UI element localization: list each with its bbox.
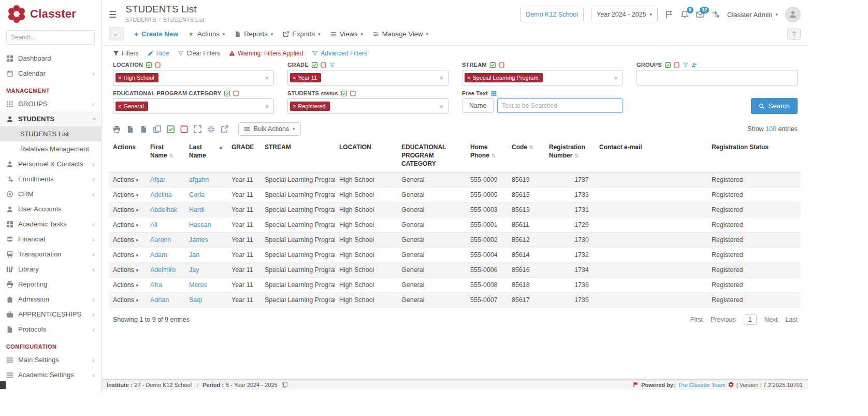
avatar[interactable] (785, 7, 801, 22)
deselect-all-icon[interactable] (350, 91, 356, 96)
sidebar-item-relatives-management[interactable]: Relatives Management (0, 141, 101, 156)
page-previous[interactable]: Previous (711, 316, 736, 323)
select-all-icon[interactable] (224, 91, 230, 96)
sidebar-item-library[interactable]: Library ‹ (0, 262, 101, 277)
notifications-bell-icon[interactable]: 0 (681, 10, 689, 19)
search-button[interactable]: Search (751, 98, 798, 114)
grid-icon[interactable] (491, 91, 497, 96)
sidebar-item-apprenticeships[interactable]: APPRENTICESHIPS ‹ (0, 307, 101, 322)
col-last-name[interactable]: ▲Last Name (185, 140, 227, 172)
last-name-link[interactable]: James (189, 236, 208, 243)
free-text-field-selector[interactable]: Name (462, 98, 494, 113)
classter-logo[interactable]: Classter (0, 0, 101, 26)
col-code[interactable]: Code⇅ (508, 140, 545, 172)
row-actions-dropdown[interactable]: Actions ▾ (113, 296, 138, 304)
first-name-link[interactable]: Afşar (150, 176, 165, 183)
reports-dropdown[interactable]: Reports ▾ (235, 30, 273, 38)
row-actions-dropdown[interactable]: Actions ▾ (113, 176, 138, 183)
exports-dropdown[interactable]: Exports ▾ (283, 30, 321, 38)
deselect-all-icon[interactable] (233, 91, 239, 96)
messages-mail-icon[interactable]: 32 (696, 10, 704, 19)
sidebar-item-personnel-contacts[interactable]: Personnel & Contacts ‹ (0, 156, 101, 171)
views-dropdown[interactable]: Views ▾ (330, 30, 363, 38)
clear-input-icon[interactable]: × (265, 75, 269, 81)
row-actions-dropdown[interactable]: Actions ▾ (113, 266, 138, 274)
first-name-link[interactable]: Afra (150, 281, 162, 289)
sidebar-item-academic-settings[interactable]: Academic Settings ‹ (0, 367, 101, 382)
school-selector-button[interactable]: Demo K12 School (520, 8, 584, 21)
page-last[interactable]: Last (785, 316, 798, 323)
location-filter-input[interactable]: ×High School × (113, 70, 274, 85)
sidebar-item-main-settings[interactable]: Main Settings ‹ (0, 352, 101, 367)
sidebar-item-crm[interactable]: CRM ‹ (0, 187, 101, 202)
funnel-icon[interactable] (683, 62, 688, 68)
free-text-input[interactable] (497, 98, 623, 113)
remove-tag-icon[interactable]: × (118, 104, 121, 109)
compress-table-icon[interactable] (207, 125, 215, 133)
groups-filter-input[interactable] (636, 70, 798, 85)
entries-count[interactable]: 100 (765, 125, 776, 133)
last-name-link[interactable]: Hardi (189, 206, 205, 213)
back-button[interactable]: ← (109, 27, 124, 40)
sidebar-item-reporting[interactable]: Reporting (0, 277, 101, 292)
export-excel-icon[interactable] (140, 125, 148, 133)
row-actions-dropdown[interactable]: Actions ▾ (113, 206, 138, 213)
page-first[interactable]: First (690, 316, 703, 323)
select-all-icon[interactable] (341, 91, 347, 96)
clear-input-icon[interactable]: × (439, 75, 443, 81)
export-data-icon[interactable] (221, 125, 228, 133)
copy-icon[interactable] (153, 125, 161, 133)
sidebar-item-academic-tasks[interactable]: Academic Tasks ‹ (0, 217, 101, 232)
page-number[interactable]: 1 (744, 314, 757, 325)
help-button[interactable]: ? (787, 28, 801, 40)
last-name-link[interactable]: Corla (189, 191, 205, 198)
first-name-link[interactable]: Ali (150, 221, 157, 228)
first-name-link[interactable]: Abdelhak (150, 206, 177, 213)
status-filter-input[interactable]: ×Registered × (287, 98, 449, 114)
create-new-button[interactable]: + Create New (134, 30, 178, 38)
select-all-icon[interactable] (665, 62, 671, 68)
export-pdf-icon[interactable] (126, 125, 134, 133)
last-name-link[interactable]: afgahn (189, 176, 209, 183)
col-home-phone[interactable]: Home Phone⇅ (466, 140, 508, 172)
last-name-link[interactable]: Hassan (189, 221, 211, 228)
first-name-link[interactable]: Adelina (150, 191, 172, 198)
bulk-actions-button[interactable]: Bulk Actions ▾ (238, 122, 301, 136)
clear-input-icon[interactable]: × (265, 103, 269, 110)
expand-table-icon[interactable] (194, 125, 201, 133)
deselect-all-icon[interactable] (674, 62, 679, 68)
remove-tag-icon[interactable]: × (293, 104, 296, 109)
last-name-link[interactable]: Jan (189, 251, 199, 259)
select-all-icon[interactable] (312, 62, 317, 68)
select-all-rows-icon[interactable] (167, 125, 175, 133)
first-name-link[interactable]: Adam (150, 251, 167, 259)
integrations-icon[interactable] (712, 10, 720, 19)
remove-tag-icon[interactable]: × (118, 75, 121, 81)
select-all-icon[interactable] (146, 62, 152, 68)
sidebar-item-enrollments[interactable]: Enrollments ‹ (0, 171, 101, 187)
copy-info-icon[interactable] (282, 382, 287, 388)
col-first-name[interactable]: First Name⇅ (146, 140, 185, 172)
sidebar-item-dashboard[interactable]: Dashboard (0, 51, 101, 66)
col-registration-number[interactable]: Registration Number⇅ (545, 140, 595, 172)
sidebar-item-admission[interactable]: Admission ‹ (0, 292, 101, 307)
sidebar-item-protocols[interactable]: Protocols ‹ (0, 322, 101, 337)
manage-view-dropdown[interactable]: Manage View ▾ (373, 30, 428, 38)
print-icon[interactable] (113, 125, 121, 133)
advanced-filters-button[interactable]: Advanced Filters (312, 50, 367, 57)
select-all-icon[interactable] (490, 62, 496, 68)
breadcrumb-students[interactable]: STUDENTS (125, 17, 156, 23)
page-next[interactable]: Next (764, 316, 778, 323)
stream-filter-input[interactable]: ×Special Learning Program × (462, 70, 623, 85)
row-actions-dropdown[interactable]: Actions ▾ (113, 191, 138, 198)
flag-icon[interactable] (665, 10, 673, 19)
sidebar-item-students-list[interactable]: STUDENTS List (0, 126, 101, 141)
last-name-link[interactable]: Merus (189, 281, 207, 289)
remove-tag-icon[interactable]: × (467, 75, 470, 81)
deselect-all-rows-icon[interactable] (180, 125, 188, 133)
first-name-link[interactable]: Aaronn (150, 236, 171, 243)
row-actions-dropdown[interactable]: Actions ▾ (113, 236, 138, 243)
sidebar-search-input[interactable] (6, 30, 95, 45)
funnel-icon[interactable] (329, 62, 335, 68)
deselect-all-icon[interactable] (321, 62, 326, 68)
